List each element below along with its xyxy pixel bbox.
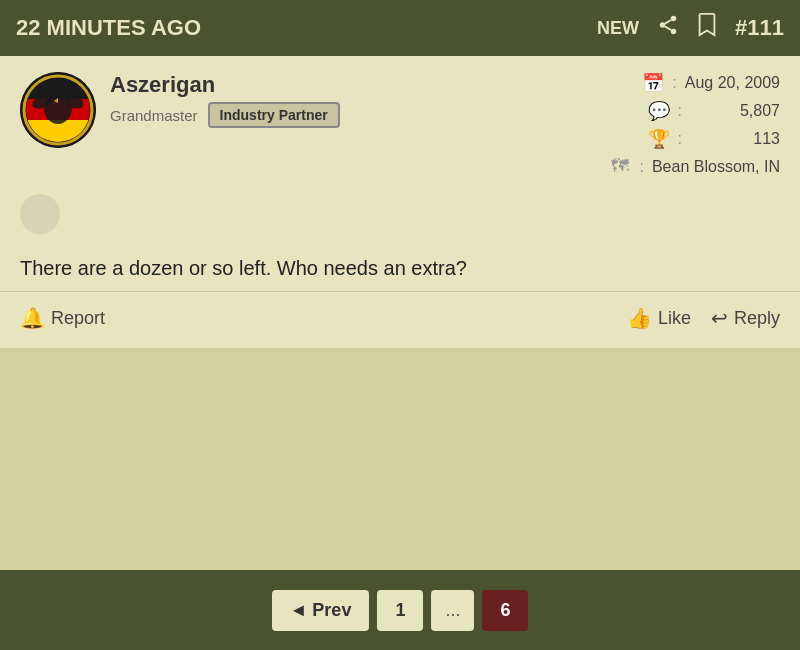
stat-location-value: Bean Blossom, IN: [652, 158, 780, 176]
svg-point-0: [671, 16, 677, 22]
avatar: [20, 72, 96, 148]
page-1-button[interactable]: 1: [377, 590, 423, 631]
small-avatar-placeholder: [20, 194, 60, 234]
svg-line-4: [665, 20, 671, 24]
post-content: There are a dozen or so left. Who needs …: [0, 239, 800, 291]
user-rank: Grandmaster: [110, 107, 198, 124]
pagination-footer: ◄ Prev 1 ... 6: [0, 570, 800, 650]
location-icon: 🗺: [609, 156, 631, 177]
reply-button[interactable]: ↩ Reply: [711, 306, 780, 330]
reply-label: Reply: [734, 308, 780, 329]
time-ago: 22 MINUTES AGO: [16, 15, 597, 41]
stat-trophy-value: 113: [690, 130, 780, 148]
action-left: 🔔 Report: [20, 306, 105, 330]
action-right: 👍 Like ↩ Reply: [627, 306, 780, 330]
prev-button[interactable]: ◄ Prev: [272, 590, 370, 631]
stat-location: 🗺 : Bean Blossom, IN: [580, 156, 780, 177]
new-badge: NEW: [597, 18, 639, 39]
bell-icon: 🔔: [20, 306, 45, 330]
stat-date-value: Aug 20, 2009: [685, 74, 780, 92]
svg-point-2: [671, 29, 677, 34]
stat-comments-value: 5,807: [690, 102, 780, 120]
svg-line-3: [665, 26, 671, 30]
spacer-row: [0, 189, 800, 239]
report-button[interactable]: 🔔 Report: [20, 306, 105, 330]
report-label: Report: [51, 308, 105, 329]
industry-partner-badge: Industry Partner: [208, 102, 340, 128]
post-text: There are a dozen or so left. Who needs …: [20, 253, 780, 283]
stat-trophy: 🏆 : 113: [580, 128, 780, 150]
post-header: 22 MINUTES AGO NEW #111: [0, 0, 800, 56]
user-info-row: Aszerigan Grandmaster Industry Partner 📅…: [20, 72, 780, 177]
reply-icon: ↩: [711, 306, 728, 330]
stat-date: 📅 : Aug 20, 2009: [580, 72, 780, 94]
calendar-icon: 📅: [642, 72, 664, 94]
username: Aszerigan: [110, 72, 566, 98]
like-icon: 👍: [627, 306, 652, 330]
svg-point-1: [660, 22, 666, 28]
stat-comments: 💬 : 5,807: [580, 100, 780, 122]
post-number: #111: [735, 15, 784, 41]
page-dots: ...: [431, 590, 474, 631]
share-icon[interactable]: [657, 14, 679, 42]
like-label: Like: [658, 308, 691, 329]
user-stats: 📅 : Aug 20, 2009 💬 : 5,807 🏆 : 113 🗺 : B…: [580, 72, 780, 177]
user-meta-row: Grandmaster Industry Partner: [110, 102, 566, 128]
trophy-icon: 🏆: [648, 128, 670, 150]
action-bar: 🔔 Report 👍 Like ↩ Reply: [0, 291, 800, 348]
like-button[interactable]: 👍 Like: [627, 306, 691, 330]
page-current-button[interactable]: 6: [482, 590, 528, 631]
bookmark-icon[interactable]: [697, 13, 717, 43]
comment-icon: 💬: [648, 100, 670, 122]
user-details: Aszerigan Grandmaster Industry Partner: [110, 72, 566, 128]
post-card: Aszerigan Grandmaster Industry Partner 📅…: [0, 56, 800, 189]
